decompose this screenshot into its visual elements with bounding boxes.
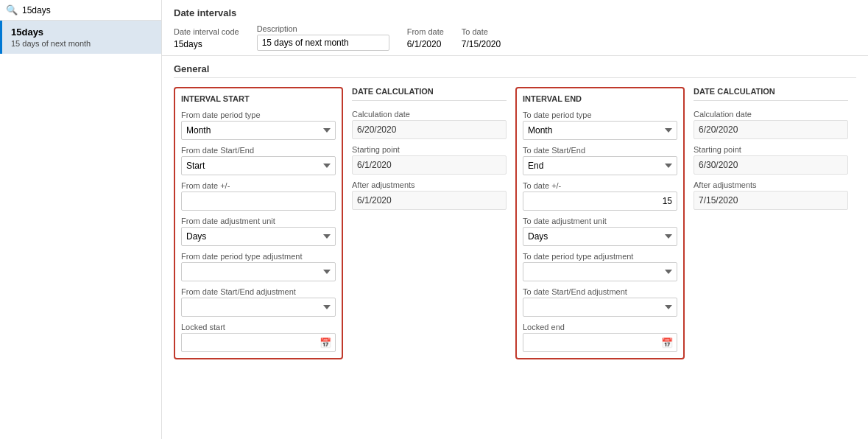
from-period-type-select[interactable]: Month [181,121,336,140]
starting-point-1-field: Starting point 6/1/2020 [352,145,507,175]
to-start-end-adj-select[interactable] [523,298,677,317]
locked-start-field: Locked start 📅 [181,323,336,352]
locked-end-input-wrapper: 📅 [523,333,677,352]
from-start-end-adj-select[interactable] [181,298,336,317]
description-field: Description [257,24,389,51]
to-period-adj-select[interactable] [523,262,677,281]
calc-date-1-value: 6/20/2020 [352,120,507,139]
to-plus-minus-field: To date +/- [523,181,677,211]
starting-point-1-value: 6/1/2020 [352,155,507,175]
date-calc-2-header: DATE CALCULATION [694,87,848,101]
starting-point-2-value: 6/30/2020 [694,155,848,175]
to-date-value: 7/15/2020 [462,38,501,51]
section-title: Date intervals [174,7,856,18]
to-period-type-label: To date period type [523,110,677,119]
from-start-end-adj-field: From date Start/End adjustment [181,287,336,317]
to-period-adj-field: To date period type adjustment [523,252,677,281]
interval-end-header: INTERVAL END [523,94,677,103]
to-start-end-select[interactable]: End [523,156,677,175]
from-plus-minus-input[interactable] [181,192,336,211]
from-start-end-select[interactable]: Start [181,156,336,175]
locked-start-input[interactable] [181,333,336,352]
after-adj-1-label: After adjustments [352,180,507,189]
general-title: General [174,63,856,78]
date-calc-1-header: DATE CALCULATION [352,87,507,101]
form-grid: INTERVAL START From date period type Mon… [174,87,856,359]
from-start-end-field: From date Start/End Start [181,146,336,175]
to-period-adj-label: To date period type adjustment [523,252,677,261]
calc-date-1-label: Calculation date [352,110,507,119]
calc-date-2-value: 6/20/2020 [694,120,848,139]
from-period-type-label: From date period type [181,110,336,119]
from-period-type-field: From date period type Month [181,110,336,140]
starting-point-1-label: Starting point [352,145,507,154]
after-adj-1-value: 6/1/2020 [352,191,507,210]
to-start-end-label: To date Start/End [523,146,677,155]
calc-date-1-field: Calculation date 6/20/2020 [352,110,507,139]
general-section: General INTERVAL START From date period … [162,56,868,367]
interval-start-box: INTERVAL START From date period type Mon… [174,87,343,359]
header-fields: Date interval code 15days Description Fr… [174,24,856,51]
from-start-end-label: From date Start/End [181,146,336,155]
search-input[interactable] [22,5,155,15]
sidebar-item-title: 15days [11,27,152,38]
date-calc-1-column: DATE CALCULATION Calculation date 6/20/2… [352,87,507,359]
calc-date-2-label: Calculation date [694,110,848,119]
starting-point-2-field: Starting point 6/30/2020 [694,145,848,175]
from-adj-unit-field: From date adjustment unit Days [181,217,336,246]
code-label: Date interval code [174,27,239,36]
main-content: Date intervals Date interval code 15days… [162,0,868,439]
to-adj-unit-select[interactable]: Days [523,227,677,246]
to-adj-unit-field: To date adjustment unit Days [523,217,677,246]
to-plus-minus-input[interactable] [523,192,677,211]
calc-date-2-field: Calculation date 6/20/2020 [694,110,848,139]
starting-point-2-label: Starting point [694,145,848,154]
to-period-type-select[interactable]: Month [523,121,677,140]
locked-end-label: Locked end [523,323,677,331]
to-start-end-field: To date Start/End End [523,146,677,175]
description-input[interactable] [257,35,389,51]
search-icon: 🔍 [6,4,18,15]
to-start-end-adj-label: To date Start/End adjustment [523,287,677,296]
date-calc-2-column: DATE CALCULATION Calculation date 6/20/2… [694,87,848,359]
locked-start-label: Locked start [181,323,336,331]
to-period-type-field: To date period type Month [523,110,677,140]
from-adj-unit-label: From date adjustment unit [181,217,336,225]
interval-start-header: INTERVAL START [181,94,336,103]
from-period-adj-field: From date period type adjustment [181,252,336,281]
from-date-field: From date 6/1/2020 [407,27,444,51]
from-plus-minus-field: From date +/- [181,181,336,211]
from-period-adj-select[interactable] [181,262,336,281]
from-plus-minus-label: From date +/- [181,181,336,190]
locked-end-field: Locked end 📅 [523,323,677,352]
to-start-end-adj-field: To date Start/End adjustment [523,287,677,317]
after-adj-1-field: After adjustments 6/1/2020 [352,180,507,210]
to-adj-unit-label: To date adjustment unit [523,217,677,225]
description-label: Description [257,24,389,33]
from-start-end-adj-label: From date Start/End adjustment [181,287,336,296]
locked-end-input[interactable] [523,333,677,352]
from-date-label: From date [407,27,444,36]
code-value: 15days [174,38,239,51]
from-date-value: 6/1/2020 [407,38,444,51]
to-date-label: To date [462,27,501,36]
search-bar[interactable]: 🔍 [0,0,161,21]
to-plus-minus-label: To date +/- [523,181,677,190]
date-intervals-header: Date intervals Date interval code 15days… [162,0,868,56]
sidebar-item-15days[interactable]: 15days 15 days of next month [0,21,161,54]
sidebar: 🔍 15days 15 days of next month [0,0,162,439]
sidebar-item-subtitle: 15 days of next month [11,39,152,48]
from-period-adj-label: From date period type adjustment [181,252,336,261]
interval-end-box: INTERVAL END To date period type Month T… [515,87,685,359]
to-date-field: To date 7/15/2020 [462,27,501,51]
from-adj-unit-select[interactable]: Days [181,227,336,246]
after-adj-2-label: After adjustments [694,180,848,189]
after-adj-2-value: 7/15/2020 [694,191,848,210]
code-field: Date interval code 15days [174,27,239,51]
after-adj-2-field: After adjustments 7/15/2020 [694,180,848,210]
locked-start-input-wrapper: 📅 [181,333,336,352]
